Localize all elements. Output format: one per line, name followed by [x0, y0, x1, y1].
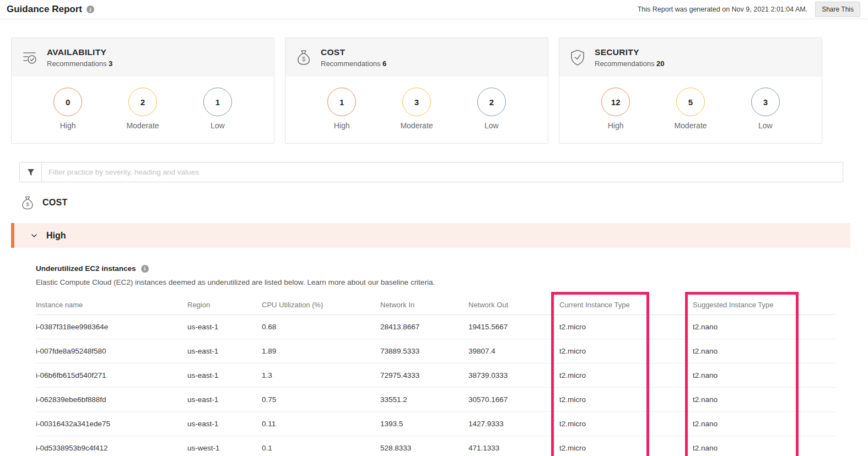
filter-funnel-icon — [26, 167, 36, 177]
cell-current-instance-type: t2.micro — [559, 339, 693, 363]
cell-network-out: 30570.1667 — [468, 388, 559, 412]
cell-cpu-utilization: 1.3 — [262, 363, 380, 388]
cell-network-out: 1427.9333 — [468, 412, 559, 436]
info-icon[interactable]: i — [141, 265, 149, 273]
security-moderate[interactable]: 5 Moderate — [674, 88, 707, 130]
filter-box — [19, 162, 843, 182]
severity-count-circle: 3 — [402, 88, 431, 116]
cost-severities: 1 High 3 Moderate 2 Low — [285, 77, 548, 143]
recommendations-count: 20 — [656, 59, 664, 68]
cell-region: us-east-1 — [187, 388, 262, 412]
cost-section-header: $ COST — [19, 194, 868, 211]
cell-instance-name: i-00316432a341ede75 — [36, 412, 187, 436]
col-instance-name: Instance name — [36, 298, 187, 315]
share-this-button[interactable]: Share This — [815, 2, 860, 17]
cost-section-title: COST — [42, 198, 68, 208]
card-recommendations: Recommendations 6 — [321, 59, 386, 68]
cell-instance-name: i-0387f318ee998364e — [36, 315, 187, 339]
info-icon[interactable]: i — [87, 6, 94, 13]
practice-description: Elastic Compute Cloud (EC2) instances de… — [36, 278, 835, 286]
availability-card[interactable]: AVAILABILITY Recommendations 3 0 High 2 … — [11, 37, 274, 144]
security-severities: 12 High 5 Moderate 3 Low — [559, 77, 822, 143]
table-row: i-062839ebe6bf888fd us-east-1 0.75 33551… — [36, 388, 835, 412]
table-row: i-0d5338953b9c4f412 us-west-1 0.1 528.83… — [36, 436, 835, 456]
cell-network-in: 1393.5 — [380, 412, 468, 436]
cell-network-out: 19415.5667 — [468, 315, 559, 339]
cell-region: us-east-1 — [187, 339, 262, 363]
cost-low[interactable]: 2 Low — [477, 88, 506, 130]
severity-label: Low — [484, 121, 499, 130]
availability-moderate[interactable]: 2 Moderate — [126, 88, 159, 130]
col-cpu-utilization: CPU Utilization (%) — [262, 298, 380, 315]
ec2-instances-table: Instance name Region CPU Utilization (%)… — [36, 298, 835, 456]
table-row: i-00316432a341ede75 us-east-1 0.11 1393.… — [36, 412, 835, 436]
severity-count-circle: 3 — [751, 88, 780, 116]
ec2-instances-table-wrap: Instance name Region CPU Utilization (%)… — [36, 298, 835, 456]
severity-label: Moderate — [126, 121, 159, 130]
cell-network-in: 73889.5333 — [380, 339, 468, 363]
accordion-label: High — [46, 231, 66, 241]
recommendations-count: 3 — [109, 59, 112, 68]
security-card-header: SECURITY Recommendations 20 — [559, 38, 822, 77]
cell-instance-name: i-06b6fb615d540f271 — [36, 363, 187, 388]
security-low[interactable]: 3 Low — [751, 88, 780, 130]
practice-title: Underutilized EC2 instances — [36, 264, 136, 273]
cost-high[interactable]: 1 High — [327, 88, 356, 130]
cell-current-instance-type: t2.micro — [559, 412, 693, 436]
cell-suggested-instance-type: t2.nano — [693, 315, 835, 339]
shield-check-icon — [568, 48, 587, 67]
cell-instance-name: i-062839ebe6bf888fd — [36, 388, 187, 412]
cell-suggested-instance-type: t2.nano — [693, 436, 835, 456]
top-bar: Guidance Report i This Report was genera… — [0, 0, 868, 19]
cost-moderate[interactable]: 3 Moderate — [400, 88, 433, 130]
severity-label: Moderate — [400, 121, 433, 130]
col-region: Region — [187, 298, 262, 315]
availability-low[interactable]: 1 Low — [203, 88, 232, 130]
severity-label: High — [60, 121, 76, 130]
severity-count-circle: 5 — [676, 88, 705, 116]
recommendations-count: 6 — [382, 59, 386, 68]
severity-label: Moderate — [674, 121, 707, 130]
col-current-instance-type: Current Instance Type — [559, 298, 693, 315]
severity-count-circle: 2 — [128, 88, 157, 116]
severity-label: High — [334, 121, 350, 130]
cell-network-in: 72975.4333 — [380, 363, 468, 388]
recommendations-label: Recommendations — [595, 59, 654, 68]
card-recommendations: Recommendations 20 — [595, 59, 664, 68]
chevron-down-icon — [30, 231, 39, 240]
cell-network-out: 38739.0333 — [468, 363, 559, 388]
high-severity-accordion[interactable]: High — [11, 223, 850, 248]
money-bag-icon: $ — [19, 194, 36, 211]
cell-region: us-east-1 — [187, 363, 262, 388]
page-title: Guidance Report — [7, 4, 82, 15]
cell-network-out: 471.1333 — [468, 436, 559, 456]
availability-checklist-icon — [20, 48, 39, 67]
filter-input[interactable] — [42, 162, 843, 182]
security-high[interactable]: 12 High — [601, 88, 630, 130]
cell-network-out: 39807.4 — [468, 339, 559, 363]
cell-cpu-utilization: 0.11 — [262, 412, 380, 436]
cell-current-instance-type: t2.micro — [559, 363, 693, 388]
cell-current-instance-type: t2.micro — [559, 436, 693, 456]
summary-cards: AVAILABILITY Recommendations 3 0 High 2 … — [11, 37, 822, 144]
underutilized-ec2-section: Underutilized EC2 instances i Elastic Co… — [36, 264, 835, 456]
cell-instance-name: i-0d5338953b9c4f412 — [36, 436, 187, 456]
cell-network-in: 33551.2 — [380, 388, 468, 412]
cell-current-instance-type: t2.micro — [559, 388, 693, 412]
recommendations-label: Recommendations — [321, 59, 380, 68]
cell-network-in: 528.8333 — [380, 436, 468, 456]
severity-count-circle: 0 — [53, 88, 82, 116]
table-header-row: Instance name Region CPU Utilization (%)… — [36, 298, 835, 315]
availability-high[interactable]: 0 High — [53, 88, 82, 130]
availability-severities: 0 High 2 Moderate 1 Low — [12, 77, 274, 143]
cost-card-header: $ COST Recommendations 6 — [285, 38, 548, 77]
security-card[interactable]: SECURITY Recommendations 20 12 High 5 Mo… — [559, 37, 822, 144]
card-title: AVAILABILITY — [47, 47, 112, 57]
table-row: i-0387f318ee998364e us-east-1 0.68 28413… — [36, 315, 835, 339]
cost-card[interactable]: $ COST Recommendations 6 1 High 3 Modera… — [285, 37, 548, 144]
cell-region: us-east-1 — [187, 412, 262, 436]
card-recommendations: Recommendations 3 — [47, 59, 112, 68]
cell-suggested-instance-type: t2.nano — [693, 339, 835, 363]
cell-region: us-west-1 — [187, 436, 262, 456]
cell-cpu-utilization: 1.89 — [262, 339, 380, 363]
